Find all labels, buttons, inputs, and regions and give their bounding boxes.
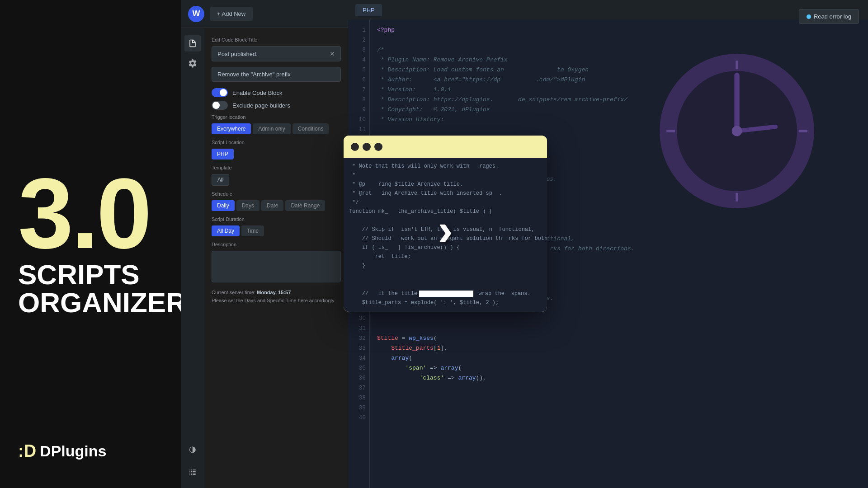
- code-block-name-input[interactable]: [212, 67, 341, 82]
- overlay-bottom-code: // it the title wrap the spans. $title_p…: [344, 289, 547, 307]
- circle-icon: [807, 14, 811, 19]
- php-tab[interactable]: PHP: [355, 4, 382, 16]
- svg-point-4: [732, 126, 742, 136]
- product-name: SCRIPTS ORGANIZER: [18, 261, 163, 317]
- script-location-label: Script Location: [212, 140, 341, 145]
- read-error-log-button[interactable]: Read error log: [799, 9, 859, 24]
- bottom-nav: ◑: [181, 434, 204, 488]
- schedule-days-btn[interactable]: Days: [236, 200, 259, 211]
- script-location-group: PHP: [212, 149, 341, 160]
- script-duration-group: All Day Time: [212, 225, 341, 236]
- template-all-btn[interactable]: All: [212, 174, 229, 186]
- schedule-group: Daily Days Date Date Range: [212, 200, 341, 211]
- overlay-arrow: ›: [418, 202, 472, 257]
- template-group: All: [212, 174, 341, 186]
- trigger-conditions-btn[interactable]: Conditions: [292, 123, 329, 134]
- wp-sidebar: Edit Code Block Title Post published. ✕ …: [181, 28, 348, 488]
- template-label: Template: [212, 165, 341, 170]
- toggle-knob: [220, 89, 227, 96]
- schedule-daily-btn[interactable]: Daily: [212, 200, 235, 211]
- script-location-php-btn[interactable]: PHP: [212, 149, 234, 160]
- description-textarea[interactable]: [212, 251, 341, 282]
- left-hero-section: 3.0 SCRIPTS ORGANIZER :DDPlugins: [0, 0, 181, 488]
- overlay-titlebar: [344, 136, 547, 158]
- schedule-date-btn[interactable]: Date: [261, 200, 283, 211]
- nav-icon-document[interactable]: [184, 35, 201, 52]
- enable-code-block-row: Enable Code Block: [212, 88, 341, 97]
- left-nav: [181, 28, 204, 488]
- enable-code-block-label: Enable Code Block: [232, 89, 283, 96]
- contrast-icon[interactable]: ◑: [184, 441, 201, 457]
- window-dot-2: [363, 143, 371, 151]
- version-number: 3.0: [18, 172, 163, 256]
- clear-icon[interactable]: ✕: [330, 50, 335, 57]
- toggle-knob-2: [212, 102, 220, 109]
- add-new-button[interactable]: + Add New: [210, 7, 253, 21]
- overlay-body: * Note that this will only work with rag…: [344, 158, 547, 312]
- code-editor-tabs: PHP: [348, 0, 868, 20]
- wp-admin-panel: W + Add New Edit Code Block Title Post p…: [181, 0, 348, 488]
- schedule-label: Schedule: [212, 191, 341, 197]
- window-dot-3: [374, 143, 382, 151]
- server-time-text: Current server time: Monday, 15:57 Pleas…: [212, 289, 341, 305]
- title-section-label: Edit Code Block Title: [212, 37, 341, 42]
- nav-icon-settings[interactable]: [184, 55, 201, 71]
- code-block-title-field[interactable]: Post published. ✕: [212, 46, 341, 61]
- script-duration-time-btn[interactable]: Time: [241, 225, 264, 236]
- overlay-window: * Note that this will only work with rag…: [344, 136, 547, 312]
- enable-code-block-toggle[interactable]: [212, 88, 228, 97]
- screenshot-icon[interactable]: [184, 465, 201, 481]
- wp-logo-icon: W: [188, 6, 204, 22]
- wp-topbar: W + Add New: [181, 0, 348, 28]
- script-duration-allday-btn[interactable]: All Day: [212, 225, 240, 236]
- trigger-admin-only-btn[interactable]: Admin only: [253, 123, 290, 134]
- exclude-page-builders-toggle[interactable]: [212, 101, 228, 110]
- exclude-page-builders-label: Exclude page builders: [232, 102, 290, 109]
- trigger-location-label: Trigger location: [212, 114, 341, 120]
- script-duration-label: Script Duration: [212, 216, 341, 222]
- window-dot-1: [351, 143, 359, 151]
- description-label: Description: [212, 242, 341, 247]
- brand-logo: :DDPlugins: [18, 441, 106, 461]
- wp-main-content: Edit Code Block Title Post published. ✕ …: [204, 28, 348, 488]
- trigger-everywhere-btn[interactable]: Everywhere: [212, 123, 251, 134]
- chevron-right-icon: ›: [438, 207, 453, 252]
- clock-decoration: [651, 45, 823, 217]
- exclude-page-builders-row: Exclude page builders: [212, 101, 341, 110]
- schedule-date-range-btn[interactable]: Date Range: [285, 200, 325, 211]
- trigger-location-group: Everywhere Admin only Conditions: [212, 123, 341, 134]
